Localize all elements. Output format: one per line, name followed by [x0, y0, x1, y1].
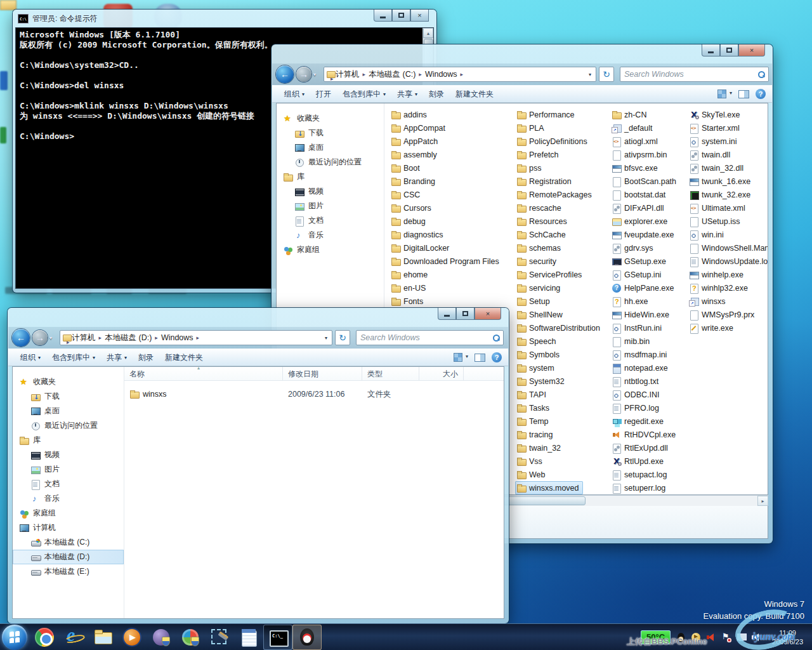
file-item[interactable]: WindowsUpdate.log — [688, 255, 768, 268]
desktop-icon[interactable] — [0, 127, 6, 143]
file-item[interactable]: assembly — [390, 148, 441, 161]
file-item[interactable]: Web — [515, 468, 549, 481]
cmd-titlebar[interactable]: C:\ 管理员: 命令提示符 — [13, 10, 436, 27]
file-item[interactable]: PLA — [515, 121, 548, 135]
file-item[interactable]: mib.bin — [610, 335, 653, 348]
breadcrumb-segment[interactable]: 计算机 — [72, 333, 105, 343]
file-item[interactable]: RtHDVCpl.exe — [610, 428, 679, 441]
file-item[interactable]: Registration — [515, 175, 575, 188]
file-item[interactable]: twain.dll — [688, 148, 734, 161]
help-button[interactable]: ? — [756, 89, 766, 99]
search-icon[interactable] — [758, 71, 764, 77]
file-item[interactable]: RtlUpd.exe — [610, 454, 667, 468]
change-view-button[interactable] — [454, 353, 468, 362]
file-item[interactable]: ntbtlog.txt — [610, 375, 662, 388]
file-item[interactable]: RemotePackages — [515, 188, 596, 201]
file-item[interactable]: RtlExUpd.dll — [610, 441, 672, 454]
address-dropdown-icon[interactable]: ▾ — [587, 72, 593, 77]
file-item[interactable]: ODBC.INI — [610, 388, 664, 401]
file-item[interactable]: TAPI — [515, 388, 550, 401]
toolbar-button[interactable]: 共享 — [391, 86, 423, 102]
file-item[interactable]: hh.exe — [610, 295, 652, 308]
file-item[interactable]: SchCache — [515, 228, 570, 241]
recent-pages-dropdown-icon[interactable]: ▾ — [49, 335, 52, 341]
sidebar-item[interactable]: 本地磁盘 (C:) — [13, 535, 124, 550]
maximize-button[interactable] — [392, 10, 410, 22]
file-item[interactable]: zh-CN — [610, 108, 650, 121]
file-item[interactable]: notepad.exe — [610, 361, 672, 375]
file-item[interactable]: ativpsrm.bin — [610, 148, 671, 161]
sidebar-item[interactable]: 图片 — [277, 199, 384, 213]
column-header[interactable]: 类型 — [362, 367, 419, 380]
file-item[interactable]: tracing — [515, 428, 557, 441]
file-item[interactable]: schemas — [515, 241, 565, 255]
sidebar-item[interactable]: 图片 — [13, 462, 124, 477]
taskbar-button[interactable] — [292, 625, 322, 650]
file-item[interactable]: System32 — [515, 375, 568, 388]
file-item[interactable]: DigitalLocker — [390, 241, 453, 255]
file-item[interactable]: system — [515, 361, 558, 375]
minimize-button[interactable] — [374, 10, 392, 22]
column-header[interactable]: 修改日期 — [283, 367, 362, 380]
address-bar[interactable]: 计算机本地磁盘 (C:)Windows ▾ — [324, 67, 596, 82]
file-item[interactable]: Starter.xml — [688, 121, 743, 135]
file-row[interactable]: winsxs 2009/6/23 11:06 文件夹 — [124, 387, 504, 401]
sidebar-item[interactable]: 计算机 — [13, 521, 124, 535]
file-item[interactable]: winsxs.moved — [515, 481, 583, 494]
file-item[interactable]: SkyTel.exe — [688, 108, 743, 121]
file-item[interactable]: win.ini — [688, 228, 728, 241]
file-list-pane[interactable]: 名称修改日期类型大小 winsxs 2009/6/23 11:06 文件夹 — [124, 367, 504, 618]
sidebar-item[interactable]: 视频 — [13, 448, 124, 462]
taskbar-button[interactable] — [117, 625, 147, 650]
toolbar-button[interactable]: 包含到库中 — [46, 350, 101, 366]
column-header[interactable]: 大小 — [419, 367, 464, 380]
preview-pane-button[interactable] — [738, 90, 749, 98]
file-item[interactable]: Vss — [515, 454, 546, 468]
file-item[interactable]: twain_32 — [515, 441, 565, 454]
explorer-d-titlebar[interactable] — [8, 308, 509, 327]
address-bar[interactable]: 计算机本地磁盘 (D:)Windows ▾ — [60, 330, 332, 345]
sidebar-item[interactable]: 文档 — [13, 477, 124, 491]
toolbar-button[interactable]: 新建文件夹 — [450, 86, 499, 102]
close-button[interactable]: × — [475, 308, 501, 320]
desktop-icon[interactable] — [0, 71, 8, 90]
flag-tray-icon[interactable] — [721, 632, 731, 642]
maximize-button[interactable] — [456, 308, 475, 320]
file-item[interactable]: Downloaded Program Files — [390, 255, 503, 268]
breadcrumb-segment[interactable]: 计算机 — [336, 69, 369, 80]
file-item[interactable]: Symbols — [515, 348, 563, 361]
sidebar-item[interactable]: 家庭组 — [277, 242, 384, 257]
sidebar-item[interactable]: 最近访问的位置 — [13, 418, 124, 433]
file-item[interactable]: SoftwareDistribution — [515, 321, 604, 335]
minimize-button[interactable] — [438, 308, 456, 320]
taskbar-button[interactable] — [205, 625, 234, 650]
file-item[interactable]: PolicyDefinitions — [515, 135, 591, 148]
taskbar-button[interactable] — [88, 625, 117, 650]
help-button[interactable]: ? — [492, 352, 502, 362]
file-item[interactable]: regedit.exe — [610, 415, 667, 428]
file-item[interactable]: ServiceProfiles — [515, 268, 586, 281]
file-item[interactable]: twunk_16.exe — [688, 175, 754, 188]
breadcrumb-segment[interactable]: Windows — [161, 333, 202, 343]
file-item[interactable]: GSetup.exe — [610, 255, 670, 268]
taskbar-button[interactable] — [176, 625, 205, 650]
breadcrumb-segment[interactable]: Windows — [425, 69, 466, 80]
sidebar-item[interactable]: 家庭组 — [13, 506, 124, 521]
preview-pane-button[interactable] — [475, 354, 485, 362]
file-item[interactable]: Tasks — [515, 401, 553, 415]
sidebar-item[interactable]: 本地磁盘 (E:) — [13, 564, 124, 579]
toolbar-button[interactable]: 新建文件夹 — [159, 350, 209, 366]
taskbar-button[interactable] — [59, 625, 88, 650]
file-item[interactable]: winsxs — [688, 295, 730, 308]
file-item[interactable]: PFRO.log — [610, 401, 663, 415]
maximize-button[interactable] — [720, 44, 738, 56]
file-item[interactable]: security — [515, 255, 560, 268]
sidebar-item[interactable]: 桌面 — [277, 140, 384, 155]
file-item[interactable]: explorer.exe — [610, 215, 671, 228]
refresh-button[interactable]: ↻ — [599, 67, 614, 82]
file-item[interactable]: system.ini — [688, 135, 741, 148]
toolbar-button[interactable]: 组织 — [15, 350, 46, 366]
file-item[interactable]: Setup — [515, 295, 554, 308]
file-item[interactable]: Boot — [390, 161, 424, 175]
file-item[interactable]: AppCompat — [390, 121, 449, 135]
